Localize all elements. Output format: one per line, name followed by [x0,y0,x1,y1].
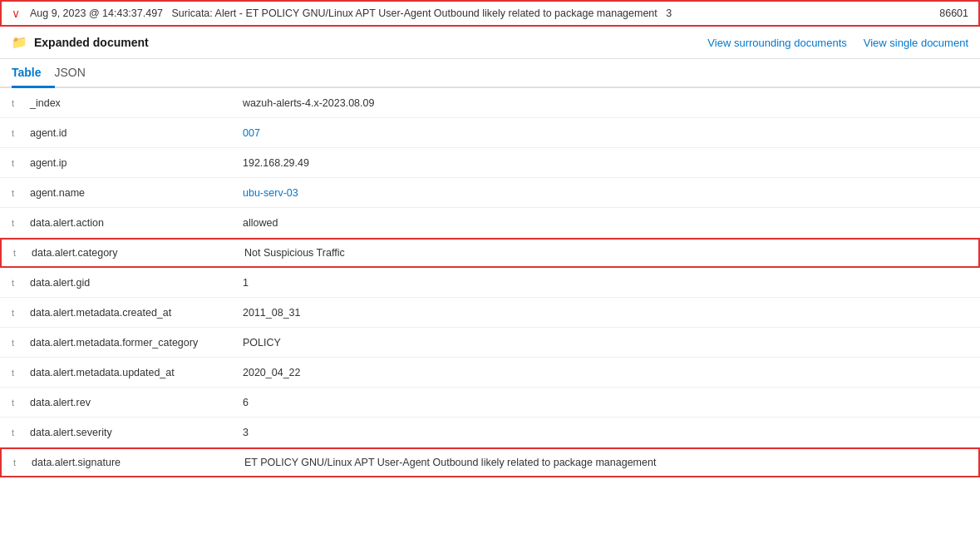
tab-json[interactable]: JSON [55,59,99,88]
row-key: data.alert.metadata.former_category [27,337,243,349]
table-row: tagent.ip192.168.29.49 [0,148,980,178]
header-actions: View surrounding documents View single d… [707,37,968,49]
type-icon: t [12,338,27,348]
row-value: 2020_04_22 [243,367,968,378]
row-value: 6 [243,397,968,408]
row-value: Not Suspicious Traffic [244,247,967,259]
row-key: agent.name [27,187,243,199]
expanded-document-label: Expanded document [34,36,149,49]
row-value: wazuh-alerts-4.x-2023.08.09 [243,97,968,109]
expanded-title: 📁 Expanded document [12,35,707,50]
table-row: tagent.id007 [0,118,980,148]
table-row: tdata.alert.actionallowed [0,208,980,238]
row-key: _index [27,97,243,109]
type-icon: t [12,368,27,378]
row-value: 2011_08_31 [243,307,968,319]
type-icon: t [13,457,28,467]
row-key: data.alert.category [28,247,244,259]
row-key: data.alert.metadata.updated_at [27,367,243,378]
table-row: tdata.alert.rev6 [0,388,980,418]
row-value: POLICY [243,337,968,349]
type-icon: t [12,278,27,288]
row-key: data.alert.metadata.created_at [27,307,243,319]
row-value: 3 [243,427,968,438]
type-icon: t [12,188,27,198]
table-row: t_indexwazuh-alerts-4.x-2023.08.09 [0,88,980,118]
row-value: 192.168.29.49 [243,157,968,169]
table-row: tdata.alert.severity3 [0,418,980,448]
table-row: tdata.alert.gid1 [0,268,980,298]
type-icon: t [12,218,27,228]
view-single-link[interactable]: View single document [864,37,968,49]
alert-bar[interactable]: ∨ Aug 9, 2023 @ 14:43:37.497 Suricata: A… [0,0,980,27]
tabs: Table JSON [0,59,980,88]
row-key: data.alert.gid [27,277,243,289]
table-row: tdata.alert.metadata.former_categoryPOLI… [0,328,980,358]
row-value: allowed [243,217,968,229]
row-key: agent.id [27,127,243,139]
row-value[interactable]: ubu-serv-03 [243,187,968,199]
table-row: tdata.alert.metadata.updated_at2020_04_2… [0,358,980,388]
table-row: tdata.alert.categoryNot Suspicious Traff… [0,238,980,268]
table-content: t_indexwazuh-alerts-4.x-2023.08.09tagent… [0,88,980,477]
alert-message: Aug 9, 2023 @ 14:43:37.497 Suricata: Ale… [30,7,929,19]
row-value: ET POLICY GNU/Linux APT User-Agent Outbo… [244,457,967,468]
table-row: tagent.nameubu-serv-03 [0,178,980,208]
table-row: tdata.alert.signatureET POLICY GNU/Linux… [0,448,980,477]
row-value[interactable]: 007 [243,127,968,139]
row-key: data.alert.rev [27,397,243,408]
alert-id: 86601 [939,7,968,19]
type-icon: t [12,398,27,408]
type-icon: t [12,128,27,138]
expanded-document-header: 📁 Expanded document View surrounding doc… [0,27,980,59]
row-value: 1 [243,277,968,289]
chevron-icon: ∨ [12,7,20,20]
type-icon: t [12,308,27,318]
tab-table[interactable]: Table [12,59,55,88]
row-key: data.alert.action [27,217,243,229]
table-row: tdata.alert.metadata.created_at2011_08_3… [0,298,980,328]
type-icon: t [12,428,27,438]
folder-icon: 📁 [12,35,27,50]
type-icon: t [13,248,28,258]
view-surrounding-link[interactable]: View surrounding documents [707,37,846,49]
row-key: agent.ip [27,157,243,169]
row-key: data.alert.signature [28,457,244,468]
type-icon: t [12,98,27,108]
type-icon: t [12,158,27,168]
row-key: data.alert.severity [27,427,243,438]
